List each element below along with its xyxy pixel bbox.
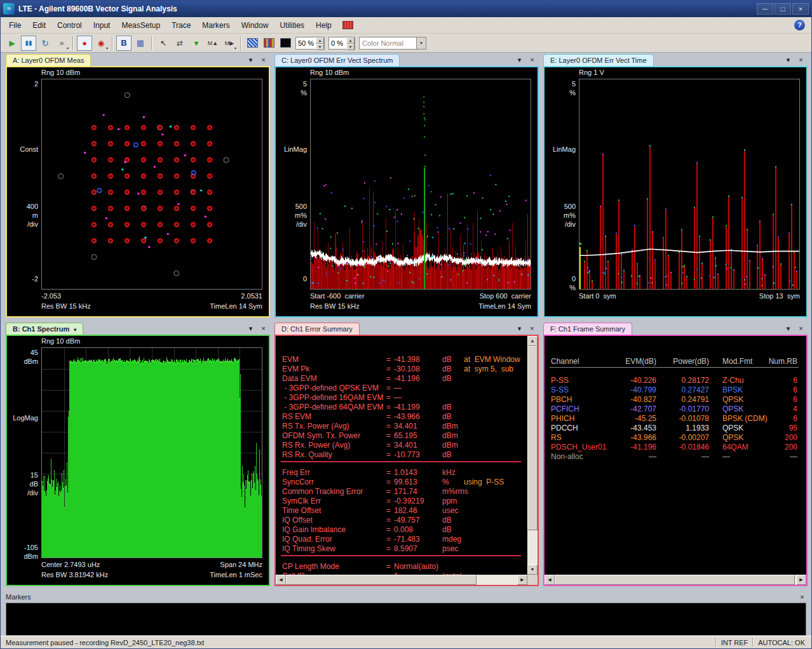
- bold-markers-button[interactable]: B: [116, 36, 132, 51]
- marker-button[interactable]: ▼: [189, 36, 204, 51]
- scroll-up-arrow[interactable]: ▲: [527, 336, 538, 346]
- vertical-scrollbar[interactable]: ▲ ▼: [527, 336, 538, 575]
- panel-f-tab[interactable]: F: Ch1 Frame Summary: [543, 323, 632, 335]
- table-row[interactable]: PDCCH-43.4531.1933QPSK95: [545, 424, 806, 432]
- plot-area: [41, 79, 262, 290]
- pause-button[interactable]: ▮▮: [21, 36, 36, 51]
- time-capture-button[interactable]: [245, 36, 260, 51]
- trace-format-label: LinMag: [276, 145, 307, 154]
- panel-c-close-icon[interactable]: ×: [528, 56, 536, 64]
- error-vector-spectrum-canvas[interactable]: [311, 79, 531, 289]
- record-button[interactable]: ●: [77, 36, 92, 51]
- ch1-spectrum-canvas[interactable]: [42, 348, 262, 558]
- table-row[interactable]: P-SS-40.2260.28172Z-Chu6: [545, 376, 806, 385]
- scroll-left-arrow[interactable]: ◀: [545, 575, 555, 585]
- overlap-percent-spinner-down-arrow[interactable]: ▼: [346, 44, 355, 50]
- window-layout-button[interactable]: ▦: [133, 36, 148, 51]
- toolbar: ▶▮▮↻»▾●◉▾B▦↖⇄▼M▲M▶▾50 %▲▼0 %▲▼Color Norm…: [1, 34, 811, 53]
- table-row[interactable]: PDSCH_User01-41.196-0.0184664QAM200: [545, 443, 806, 452]
- menu-trace[interactable]: Trace: [166, 18, 196, 32]
- menu-utilities[interactable]: Utilities: [274, 18, 310, 32]
- help-icon[interactable]: ?: [794, 20, 805, 30]
- minimize-button[interactable]: ─: [757, 3, 773, 15]
- display-layout-button[interactable]: [278, 36, 293, 51]
- scroll-down-arrow[interactable]: ▼: [527, 565, 538, 575]
- horizontal-scroll-thumb[interactable]: [555, 575, 795, 585]
- play-button[interactable]: ▶: [4, 36, 20, 51]
- table-row[interactable]: PBCH-40.8270.24791QPSK6: [545, 395, 806, 404]
- table-row[interactable]: RS-43.966-0.00207QPSK200: [545, 433, 806, 442]
- x-axis-left-label: Start -600 carrier: [310, 292, 365, 300]
- table-row[interactable]: Non-alloc————: [545, 452, 806, 461]
- panel-f-menu-arrow-icon[interactable]: ▾: [784, 324, 792, 333]
- trace-select-arrow-icon[interactable]: ▾: [74, 327, 76, 333]
- menu-window[interactable]: Window: [236, 18, 274, 32]
- markers-close-icon[interactable]: ×: [798, 593, 806, 601]
- scroll-left-arrow[interactable]: ◀: [276, 575, 286, 585]
- close-button[interactable]: ×: [792, 3, 809, 15]
- panel-e-close-icon[interactable]: ×: [797, 56, 805, 64]
- panel-a-tab[interactable]: A: Layer0 OFDM Meas: [6, 54, 91, 66]
- panel-b-close-icon[interactable]: ×: [259, 324, 267, 333]
- menu-meassetup[interactable]: MeasSetup: [116, 18, 166, 32]
- marker-couple-button[interactable]: ⇄: [172, 36, 187, 51]
- summary-row: EVM=-41.398dBat EVM Window: [276, 355, 527, 364]
- panel-e-menu-arrow-icon[interactable]: ▾: [784, 56, 792, 64]
- per-division-label: 500m%/div: [545, 202, 576, 229]
- select-pointer-button[interactable]: ↖: [156, 36, 171, 51]
- vertical-scroll-thumb[interactable]: [527, 346, 538, 530]
- range-label: Rng 1 V: [579, 69, 604, 76]
- panel-a-close-icon[interactable]: ×: [259, 56, 267, 64]
- panel-c-menu-arrow-icon[interactable]: ▾: [515, 56, 524, 64]
- overlap-percent-spinner[interactable]: 0 %▲▼: [328, 37, 355, 50]
- horizontal-scrollbar[interactable]: ◀ ▶: [276, 575, 527, 585]
- error-vector-time-canvas[interactable]: [579, 79, 799, 289]
- status-message: Measurement paused - recording RevD_2450…: [1, 639, 711, 646]
- x-axis-left-label: Start 0 sym: [579, 292, 616, 300]
- menu-help[interactable]: Help: [310, 18, 337, 32]
- color-scheme-combo-arrow[interactable]: ▾: [416, 37, 426, 49]
- panel-b-tab[interactable]: B: Ch1 Spectrum▾: [6, 323, 83, 335]
- color-scheme-combo[interactable]: Color Normal▾: [359, 37, 426, 50]
- record-setup-button[interactable]: ◉▾: [93, 36, 109, 51]
- horizontal-scrollbar[interactable]: ◀ ▶: [545, 575, 806, 585]
- x-axis-right-label: Stop 13 sym: [759, 292, 800, 300]
- table-row[interactable]: S-SS-40.7990.27427BPSK6: [545, 385, 806, 394]
- summary-row: Common Tracking Error=171.74m%rms: [276, 487, 527, 496]
- table-row[interactable]: PHICH-45.25-0.01078BPSK (CDM)6: [545, 414, 806, 423]
- menu-markers[interactable]: Markers: [196, 18, 235, 32]
- average-percent-spinner[interactable]: 50 %▲▼: [295, 37, 325, 50]
- restart-button[interactable]: ↻: [37, 36, 53, 51]
- panel-c-tab[interactable]: C: Layer0 OFDM Err Vect Spectrum: [274, 54, 400, 66]
- panel-d-menu-arrow-icon[interactable]: ▾: [515, 324, 524, 333]
- playback-mode-button[interactable]: »▾: [54, 36, 69, 51]
- spectrogram-button[interactable]: [261, 36, 276, 51]
- summary-row: - 3GPP-defined 64QAM EVM=-41.199dB: [276, 403, 527, 411]
- summary-row: RS Rx. Power (Avg)=34.401dBm: [276, 441, 527, 450]
- menu-edit[interactable]: Edit: [27, 18, 51, 32]
- panel-d-close-icon[interactable]: ×: [528, 324, 536, 333]
- average-percent-spinner-up-arrow[interactable]: ▲: [316, 37, 324, 44]
- summary-row: IQ Gain Imbalance=0.008dB: [276, 525, 527, 534]
- table-row[interactable]: PCFICH-42.707-0.01770QPSK4: [545, 405, 806, 413]
- maximize-button[interactable]: □: [775, 3, 791, 15]
- average-percent-spinner-down-arrow[interactable]: ▼: [316, 44, 324, 50]
- panel-f-close-icon[interactable]: ×: [797, 324, 805, 333]
- overlap-percent-spinner-up-arrow[interactable]: ▲: [346, 37, 355, 44]
- menu-input[interactable]: Input: [88, 18, 116, 32]
- menu-control[interactable]: Control: [51, 18, 88, 32]
- panel-e-tab[interactable]: E: Layer0 OFDM Err Vect Time: [543, 54, 654, 66]
- panel-e-title: E: Layer0 OFDM Err Vect Time: [550, 57, 647, 64]
- marker-search-button[interactable]: M▶▾: [222, 36, 237, 51]
- panel-a-menu-arrow-icon[interactable]: ▾: [247, 56, 255, 64]
- panel-b-menu-arrow-icon[interactable]: ▾: [247, 324, 255, 333]
- panel-d-tab[interactable]: D: Ch1 Error Summary: [274, 323, 360, 335]
- summary-row: CP Length Mode=Normal(auto): [276, 562, 527, 571]
- scroll-right-arrow[interactable]: ▶: [517, 575, 527, 585]
- menu-file[interactable]: File: [3, 18, 27, 32]
- marker-to-peak-button[interactable]: M▲: [205, 36, 220, 51]
- header-divider: [550, 367, 799, 368]
- scroll-right-arrow[interactable]: ▶: [796, 575, 806, 585]
- constellation-canvas[interactable]: [42, 79, 262, 289]
- horizontal-scroll-thumb[interactable]: [286, 575, 477, 585]
